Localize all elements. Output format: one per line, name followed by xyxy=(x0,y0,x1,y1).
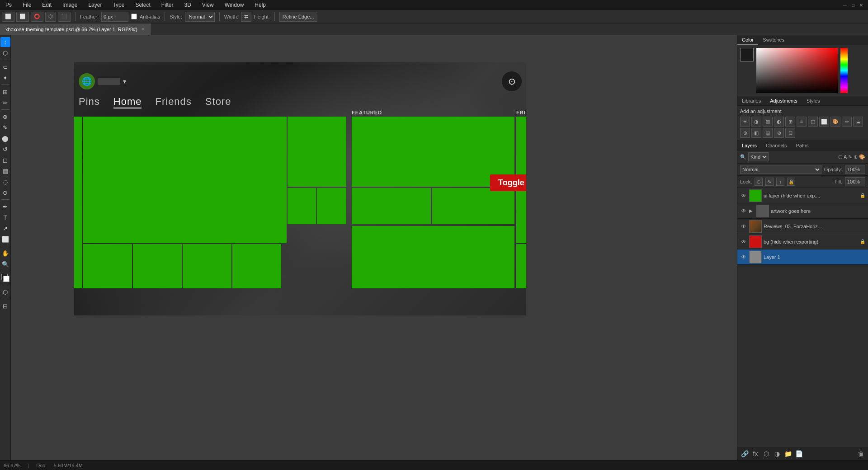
adj-color-lookup[interactable]: ☁ xyxy=(853,117,863,127)
swatches-tab[interactable]: Swatches xyxy=(758,35,789,45)
refine-edge-button[interactable]: Refine Edge... xyxy=(279,12,317,22)
new-adjustment-button[interactable]: ◑ xyxy=(773,449,782,458)
layer-item[interactable]: 👁 Layer 1 xyxy=(737,249,868,265)
layer-item[interactable]: 👁 Reviews_03_ForzaHoriz... xyxy=(737,219,868,234)
menu-edit[interactable]: Edit xyxy=(40,1,53,9)
minimize-button[interactable]: ─ xyxy=(842,2,848,8)
quick-mask-btn[interactable]: ⬡ xyxy=(0,287,10,297)
color-swatch[interactable] xyxy=(1,274,9,282)
adj-bw[interactable]: ⬜ xyxy=(819,117,829,127)
adj-photo-filter[interactable]: 🎨 xyxy=(830,117,840,127)
layer-visibility-icon[interactable]: 👁 xyxy=(740,254,747,261)
add-layer-style-button[interactable]: fx xyxy=(751,449,760,458)
menu-window[interactable]: Window xyxy=(223,1,246,9)
new-group-button[interactable]: 📁 xyxy=(783,449,793,458)
adj-color-balance[interactable]: ◫ xyxy=(808,117,818,127)
adj-threshold[interactable]: ▤ xyxy=(763,128,773,138)
adj-gradient-map[interactable]: ⊘ xyxy=(774,128,784,138)
crop-tool[interactable]: ⊞ xyxy=(0,87,10,97)
menu-file[interactable]: File xyxy=(21,1,33,9)
adj-vibrance[interactable]: ⊞ xyxy=(785,117,795,127)
tool-preset-btn[interactable]: ⬜ xyxy=(2,12,14,22)
document-tab[interactable]: xboxone-theming-template.psd @ 66.7% (La… xyxy=(0,24,151,35)
close-button[interactable]: ✕ xyxy=(858,2,864,8)
menu-layer[interactable]: Layer xyxy=(86,1,104,9)
lock-transparent-btn[interactable]: ⬡ xyxy=(755,178,763,186)
adjustments-tab[interactable]: Adjustments xyxy=(765,96,802,105)
feather-input[interactable] xyxy=(101,12,128,22)
tab-close-button[interactable]: ✕ xyxy=(141,27,145,32)
channels-tab[interactable]: Channels xyxy=(761,141,791,150)
layer-expand-icon[interactable]: ▶ xyxy=(749,208,755,213)
adj-invert[interactable]: ⊕ xyxy=(740,128,750,138)
menu-view[interactable]: View xyxy=(200,1,216,9)
adj-curves[interactable]: ▧ xyxy=(763,117,773,127)
color-tab[interactable]: Color xyxy=(737,35,758,45)
eyedropper-tool[interactable]: ✏ xyxy=(0,98,10,108)
menu-image[interactable]: Image xyxy=(61,1,79,9)
path-select-tool[interactable]: ↗ xyxy=(0,223,10,233)
adj-selective-color[interactable]: ⊟ xyxy=(785,128,795,138)
layer-visibility-icon[interactable]: 👁 xyxy=(740,238,747,245)
layer-item[interactable]: 👁 ui layer (hide when exp.... 🔒 xyxy=(737,188,868,203)
menu-filter[interactable]: Filter xyxy=(160,1,175,9)
background-swatch[interactable] xyxy=(3,276,9,282)
marquee-btn[interactable]: ⬜ xyxy=(16,12,29,22)
history-brush-tool[interactable]: ↺ xyxy=(0,144,10,154)
swap-wh-btn[interactable]: ⇄ xyxy=(241,12,251,22)
layer-item[interactable]: 👁 ▶ artwork goes here xyxy=(737,203,868,219)
layers-kind-select[interactable]: Kind xyxy=(748,152,769,161)
adj-levels[interactable]: ◑ xyxy=(751,117,761,127)
lock-all-btn[interactable]: 🔒 xyxy=(787,178,795,186)
menu-select[interactable]: Select xyxy=(133,1,152,9)
layer-visibility-icon[interactable]: 👁 xyxy=(740,192,747,199)
layer-visibility-icon[interactable]: 👁 xyxy=(740,207,747,215)
delete-layer-button[interactable]: 🗑 xyxy=(856,449,865,458)
selection-tool[interactable]: ⬡ xyxy=(0,48,10,58)
styles-tab[interactable]: Styles xyxy=(802,96,825,105)
layers-tab[interactable]: Layers xyxy=(737,141,761,150)
paths-tab[interactable]: Paths xyxy=(792,141,813,150)
layer-item[interactable]: 👁 bg (hide when exporting) 🔒 xyxy=(737,234,868,249)
menu-3d[interactable]: 3D xyxy=(182,1,193,9)
adj-posterize[interactable]: ◧ xyxy=(751,128,761,138)
new-layer-button[interactable]: 📄 xyxy=(794,449,803,458)
gradient-tool[interactable]: ▦ xyxy=(0,166,10,176)
color-spectrum[interactable] xyxy=(840,48,848,93)
magic-wand-tool[interactable]: ✦ xyxy=(0,73,10,83)
heal-tool[interactable]: ⊕ xyxy=(0,112,10,122)
marquee-oval-btn[interactable]: ⭕ xyxy=(31,12,43,22)
refine-btn[interactable]: ⬡ xyxy=(45,12,56,22)
text-tool[interactable]: T xyxy=(0,212,10,222)
zoom-tool[interactable]: 🔍 xyxy=(0,259,10,269)
lock-position-btn[interactable]: ↕ xyxy=(776,178,784,186)
shape-tool[interactable]: ⬜ xyxy=(0,234,10,244)
lasso-tool[interactable]: ⊂ xyxy=(0,62,10,72)
canvas-area[interactable]: 🌐 ▾ ⊙ Pins Home Friends Store FEATURED F… xyxy=(11,35,737,460)
opacity-input[interactable] xyxy=(845,165,865,174)
pen-tool[interactable]: ✒ xyxy=(0,202,10,212)
menu-ps[interactable]: Ps xyxy=(4,1,14,9)
style-select[interactable]: Normal xyxy=(185,12,215,22)
screen-mode-btn[interactable]: ⊟ xyxy=(0,301,10,311)
brush-tool[interactable]: ✎ xyxy=(0,122,10,132)
adj-exposure[interactable]: ◐ xyxy=(774,117,784,127)
move-tool[interactable]: ↕ xyxy=(0,37,10,47)
anti-alias-checkbox[interactable] xyxy=(131,14,137,19)
maximize-button[interactable]: □ xyxy=(850,2,856,8)
stamp-tool[interactable]: ⬤ xyxy=(0,133,10,143)
color-main-swatch[interactable] xyxy=(740,48,754,61)
adj-hsl[interactable]: ≡ xyxy=(797,117,807,127)
blur-tool[interactable]: ◌ xyxy=(0,177,10,187)
marquee-single-btn[interactable]: ⬛ xyxy=(58,12,71,22)
layer-link-button[interactable]: 🔗 xyxy=(740,449,749,458)
eraser-tool[interactable]: ◻ xyxy=(0,155,10,165)
lock-image-btn[interactable]: ✎ xyxy=(765,178,774,186)
layer-visibility-icon[interactable]: 👁 xyxy=(740,223,747,230)
adj-brightness[interactable]: ☀ xyxy=(740,117,750,127)
menu-help[interactable]: Help xyxy=(253,1,268,9)
blend-mode-select[interactable]: Normal xyxy=(740,165,821,174)
hand-tool[interactable]: ✋ xyxy=(0,248,10,258)
dodge-tool[interactable]: ⊙ xyxy=(0,188,10,197)
adj-channel-mixer[interactable]: ✏ xyxy=(842,117,852,127)
